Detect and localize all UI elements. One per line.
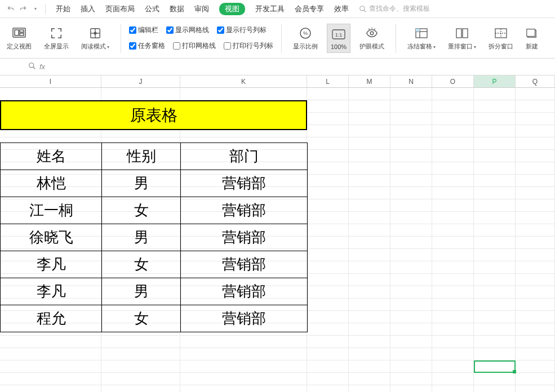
column-header-N[interactable]: N xyxy=(390,75,432,87)
table-row: 江一桐女营销部 xyxy=(1,197,308,224)
check-task-pane[interactable]: 任务窗格 xyxy=(129,40,165,52)
zoom-icon: % xyxy=(299,25,312,41)
svg-rect-23 xyxy=(416,29,420,32)
tab-insert[interactable]: 插入 xyxy=(81,4,95,14)
table-row: 林恺男营销部 xyxy=(1,170,308,197)
menu-bar: ▾ 开始 插入 页面布局 公式 数据 审阅 视图 开发工具 会员专享 效率 查找… xyxy=(0,0,555,18)
magnifier-icon xyxy=(28,62,36,72)
data-area: 原表格 姓名 性别 部门 林恺男营销部 江一桐女营销部 徐晓飞男营销部 李凡女营… xyxy=(0,100,308,332)
svg-line-1 xyxy=(364,10,366,12)
separator xyxy=(45,4,46,14)
header-name[interactable]: 姓名 xyxy=(1,143,102,170)
check-print-headers[interactable]: 打印行号列标 xyxy=(224,40,273,52)
custom-view-icon xyxy=(12,25,26,41)
rearrange-window-button[interactable]: 重排窗口 xyxy=(445,23,479,53)
dropdown-button[interactable]: ▾ xyxy=(29,3,42,15)
column-header-I[interactable]: I xyxy=(0,75,101,87)
svg-line-17 xyxy=(369,29,370,30)
split-window-button[interactable]: 拆分窗口 xyxy=(485,23,517,53)
tab-member[interactable]: 会员专享 xyxy=(295,4,324,14)
read-mode-button[interactable]: 阅读模式 xyxy=(78,23,113,53)
search-box[interactable]: 查找命令、搜索模板 xyxy=(359,4,430,14)
column-header-L[interactable]: L xyxy=(307,75,349,87)
fullscreen-button[interactable]: 全屏显示 xyxy=(41,23,72,53)
svg-rect-30 xyxy=(527,29,535,37)
separator xyxy=(281,24,282,53)
eye-icon xyxy=(365,25,379,41)
undo-button[interactable] xyxy=(5,3,17,15)
new-window-icon xyxy=(526,25,538,41)
svg-point-0 xyxy=(360,6,365,10)
zoom-ratio-button[interactable]: % 显示比例 xyxy=(290,23,321,53)
column-headers: IJKLMNOPQ xyxy=(0,75,555,88)
svg-rect-5 xyxy=(20,33,24,35)
spreadsheet-grid[interactable]: 原表格 姓名 性别 部门 林恺男营销部 江一桐女营销部 徐晓飞男营销部 李凡女营… xyxy=(0,88,555,392)
svg-text:1:1: 1:1 xyxy=(335,32,343,38)
svg-line-18 xyxy=(375,29,375,30)
rearrange-icon xyxy=(455,25,469,41)
tab-view[interactable]: 视图 xyxy=(219,3,245,15)
table-row: 李凡女营销部 xyxy=(1,251,308,278)
tab-formula[interactable]: 公式 xyxy=(145,4,159,14)
fullscreen-icon xyxy=(50,25,63,41)
table-row: 徐晓飞男营销部 xyxy=(1,224,308,251)
view-checkboxes: 编辑栏 显示网格线 显示行号列标 任务窗格 打印网格线 打印行号列标 xyxy=(129,24,273,52)
svg-line-32 xyxy=(33,66,35,69)
eye-protect-button[interactable]: 护眼模式 xyxy=(356,23,388,53)
column-header-P[interactable]: P xyxy=(474,75,516,87)
new-window-button[interactable]: 新建 xyxy=(522,23,538,53)
search-icon xyxy=(359,5,367,13)
tab-page-layout[interactable]: 页面布局 xyxy=(105,4,135,14)
column-header-Q[interactable]: Q xyxy=(516,75,555,87)
column-header-M[interactable]: M xyxy=(349,75,390,87)
fx-label[interactable]: fx xyxy=(39,63,45,71)
tab-dev-tools[interactable]: 开发工具 xyxy=(255,4,285,14)
tab-data[interactable]: 数据 xyxy=(170,4,184,14)
svg-rect-3 xyxy=(15,30,19,35)
svg-point-7 xyxy=(94,32,96,34)
check-print-gridlines[interactable]: 打印网格线 xyxy=(173,40,216,52)
svg-point-31 xyxy=(29,63,34,67)
svg-rect-25 xyxy=(463,29,468,38)
table-row: 李凡男营销部 xyxy=(1,278,308,305)
formula-bar[interactable]: fx xyxy=(0,59,555,75)
redo-button[interactable] xyxy=(17,3,29,15)
custom-view-button[interactable]: 定义视图 xyxy=(3,23,35,53)
header-dept[interactable]: 部门 xyxy=(181,143,308,170)
zoom-100-icon: 1:1 xyxy=(331,26,346,42)
svg-rect-4 xyxy=(20,30,24,32)
freeze-panes-button[interactable]: 冻结窗格 xyxy=(404,23,439,53)
data-table: 姓名 性别 部门 林恺男营销部 江一桐女营销部 徐晓飞男营销部 李凡女营销部 李… xyxy=(0,142,308,332)
svg-rect-24 xyxy=(456,29,461,38)
tab-efficiency[interactable]: 效率 xyxy=(334,4,349,14)
header-gender[interactable]: 性别 xyxy=(102,143,181,170)
table-title[interactable]: 原表格 xyxy=(0,100,307,130)
search-placeholder: 查找命令、搜索模板 xyxy=(369,4,430,14)
ribbon-toolbar: 定义视图 全屏显示 阅读模式 编辑栏 显示网格线 显示行号列标 任务窗格 打印网… xyxy=(0,18,555,59)
column-header-J[interactable]: J xyxy=(101,75,180,87)
svg-text:%: % xyxy=(303,30,308,36)
column-header-O[interactable]: O xyxy=(432,75,474,87)
table-header-row: 姓名 性别 部门 xyxy=(1,143,308,170)
column-header-K[interactable]: K xyxy=(180,75,307,87)
separator xyxy=(121,24,121,53)
split-icon xyxy=(494,25,508,41)
table-row: 程允女营销部 xyxy=(1,305,308,332)
check-show-gridlines[interactable]: 显示网格线 xyxy=(166,24,209,37)
tab-review[interactable]: 审阅 xyxy=(194,4,209,14)
zoom-100-button[interactable]: 1:1 100% xyxy=(327,24,350,53)
tab-start[interactable]: 开始 xyxy=(56,4,70,14)
freeze-icon xyxy=(415,25,428,41)
separator xyxy=(396,24,396,53)
check-show-headers[interactable]: 显示行号列标 xyxy=(217,24,267,37)
read-mode-icon xyxy=(88,25,102,41)
menu-tabs: 开始 插入 页面布局 公式 数据 审阅 视图 开发工具 会员专享 效率 xyxy=(49,3,349,15)
svg-point-16 xyxy=(370,32,374,35)
check-edit-bar[interactable]: 编辑栏 xyxy=(129,24,158,37)
